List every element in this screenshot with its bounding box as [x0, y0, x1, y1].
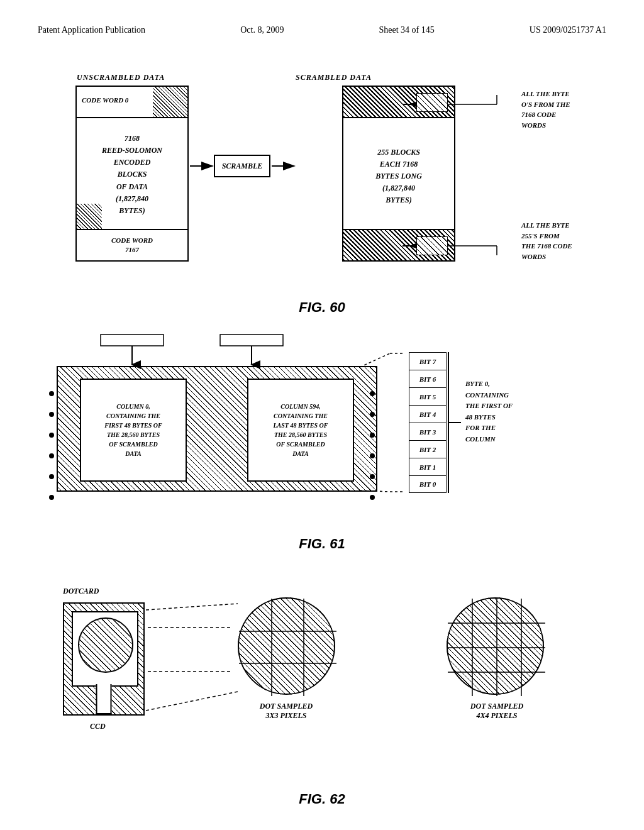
- dots-left: [49, 391, 54, 500]
- dot5: [49, 474, 54, 479]
- annotation-top: ALL THE BYTE O'S FROM THE 7168 CODE WORD…: [521, 89, 597, 130]
- bit-labels: BIT 7 BIT 6 BIT 5 BIT 4 BIT 3 BIT 2 BIT …: [409, 352, 447, 493]
- code-word-bottom-label: CODE WORD 7167: [111, 236, 153, 255]
- dot-r6: [370, 495, 375, 500]
- code-word-top-label: CODE WORD 0: [82, 96, 128, 104]
- col-inner-right: COLUMN 594, CONTAINING THE LAST 48 BYTES…: [247, 379, 354, 482]
- col-inner-left-text: COLUMN 0, CONTAINING THE FIRST 48 BYTES …: [81, 380, 186, 480]
- unscrambled-label: UNSCRAMBLED DATA: [77, 73, 165, 82]
- dotcard-outer: [63, 602, 145, 716]
- col-inner-left: COLUMN 0, CONTAINING THE FIRST 48 BYTES …: [80, 379, 187, 482]
- scrambled-label: SCRAMBLED DATA: [296, 73, 372, 82]
- col-block-outer: COLUMN 0, CONTAINING THE FIRST 48 BYTES …: [57, 366, 377, 492]
- header-sheet: Sheet 34 of 145: [379, 25, 435, 35]
- brace-svg: [445, 352, 464, 494]
- svg-line-23: [146, 604, 238, 610]
- col-inner-right-text: COLUMN 594, CONTAINING THE LAST 48 BYTES…: [248, 380, 353, 480]
- header-patent: US 2009/0251737 A1: [530, 25, 606, 35]
- fig61: COLUMN 0, CONTAINING THE FIRST 48 BYTES …: [38, 328, 606, 529]
- fig62: DOTCARD CCD: [38, 565, 606, 785]
- page-header: Patent Application Publication Oct. 8, 2…: [38, 25, 606, 35]
- header-center: Oct. 8, 2009: [240, 25, 284, 35]
- bit1-row: BIT 1: [409, 458, 447, 475]
- dot-3x3-circle: [238, 597, 335, 695]
- fig61-label: FIG. 61: [38, 536, 606, 552]
- dot-4x4-circle: [447, 597, 544, 695]
- bit6-row: BIT 6: [409, 370, 447, 387]
- dotcard-circle: [78, 617, 133, 673]
- dot-4x4-label: DOT SAMPLED 4X4 PIXELS: [437, 702, 557, 721]
- svg-rect-14: [101, 335, 164, 346]
- dot6: [49, 495, 54, 500]
- ccd-label: CCD: [90, 722, 106, 731]
- bit3-row: BIT 3: [409, 423, 447, 440]
- code-word-top: CODE WORD 0: [77, 87, 187, 118]
- grid-3x3: [239, 599, 336, 696]
- dot2: [49, 412, 54, 417]
- code-word-bottom: CODE WORD 7167: [77, 229, 187, 260]
- scrambled-bottom-hatch: [343, 229, 454, 260]
- bit2-row: BIT 2: [409, 440, 447, 458]
- fig62-label: FIG. 62: [38, 791, 606, 807]
- grid-4x4: [448, 599, 545, 696]
- bit0-row: BIT 0: [409, 475, 447, 493]
- dot3: [49, 433, 54, 438]
- scrambled-middle-text: 255 BLOCKS EACH 7168 BYTES LONG (1,827,8…: [343, 121, 454, 231]
- scramble-label: SCRAMBLE: [222, 162, 263, 171]
- bit7-row: BIT 7: [409, 352, 447, 370]
- fig60-label: FIG. 60: [38, 299, 606, 316]
- annotation-bottom: ALL THE BYTE 255'S FROM THE 7168 CODE WO…: [521, 220, 597, 262]
- scrambled-middle: 255 BLOCKS EACH 7168 BYTES LONG (1,827,8…: [375, 147, 422, 207]
- cylinder: [96, 684, 112, 714]
- scrambled-top-hatch: [343, 87, 454, 118]
- hatch-top-right: [153, 87, 187, 117]
- svg-line-16: [360, 353, 390, 367]
- dot4: [49, 453, 54, 458]
- inner-hatch-bottom: [416, 236, 448, 255]
- dot1: [49, 391, 54, 396]
- bit5-row: BIT 5: [409, 387, 447, 405]
- dotcard-label: DOTCARD: [63, 587, 99, 596]
- page: Patent Application Publication Oct. 8, 2…: [0, 0, 644, 830]
- svg-rect-15: [220, 335, 283, 346]
- header-left: Patent Application Publication: [38, 25, 145, 35]
- unscrambled-block: CODE WORD 0 7168 REED-SOLOMON ENCODED BL…: [75, 86, 189, 262]
- dot-3x3-label: DOT SAMPLED 3X3 PIXELS: [226, 702, 346, 721]
- byte-annotation: BYTE 0, CONTAINING THE FIRST OF 48 BYTES…: [465, 379, 547, 445]
- svg-line-24: [146, 692, 238, 711]
- dotcard-inner-square: [72, 611, 138, 687]
- corner-hatch-bl: [77, 204, 102, 229]
- scrambled-block: 255 BLOCKS EACH 7168 BYTES LONG (1,827,8…: [342, 86, 455, 262]
- middle-text: 7168 REED-SOLOMON ENCODED BLOCKS OF DATA…: [102, 133, 162, 217]
- fig60: UNSCRAMBLED DATA CODE WORD 0 7168 REED-S…: [38, 54, 606, 293]
- inner-hatch: [416, 93, 448, 112]
- bit4-row: BIT 4: [409, 405, 447, 423]
- scramble-box: SCRAMBLE: [214, 155, 270, 177]
